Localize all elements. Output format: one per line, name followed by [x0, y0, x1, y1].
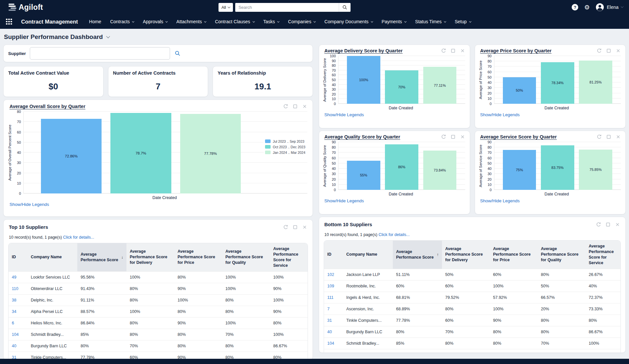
- column-header-5[interactable]: Average Performance Score for Quality: [538, 241, 585, 269]
- refresh-icon[interactable]: [441, 134, 446, 139]
- bar-jul-2023-sep-2023[interactable]: 75%: [503, 150, 536, 190]
- nav-item-attachments[interactable]: Attachments: [176, 19, 206, 24]
- table-row[interactable]: 102Jackson Lane LLP51.11%50%60%80%26.67%: [324, 269, 620, 280]
- nav-item-contract-clauses[interactable]: Contract Clauses: [215, 19, 254, 24]
- click-for-details-link[interactable]: Click for details...: [378, 232, 410, 237]
- show-hide-legends-link[interactable]: Show/Hide Legends: [480, 112, 520, 117]
- row-id-link[interactable]: 6: [9, 318, 28, 329]
- show-hide-legends-link[interactable]: Show/Hide Legends: [324, 198, 364, 203]
- row-id-link[interactable]: 104: [324, 338, 343, 349]
- row-id-link[interactable]: 7: [324, 303, 343, 315]
- column-header-2[interactable]: Average Performance Score↓: [77, 243, 126, 271]
- close-icon[interactable]: [460, 48, 465, 53]
- table-row[interactable]: 6Helios Micro, Inc.86.84%80%90%100%80%: [324, 349, 620, 353]
- page-title-chevron-icon[interactable]: [106, 34, 110, 38]
- table-row[interactable]: 38Delphic, Inc.91.11%80%100%80%100%: [9, 294, 308, 306]
- row-id-link[interactable]: 34: [9, 306, 28, 317]
- refresh-icon[interactable]: [597, 134, 602, 139]
- column-header-1[interactable]: Company Name: [28, 243, 77, 271]
- row-id-link[interactable]: 40: [9, 340, 28, 352]
- search-scope-select[interactable]: All: [219, 3, 233, 12]
- close-icon[interactable]: [616, 134, 621, 139]
- supplier-filter-input[interactable]: [30, 47, 170, 60]
- refresh-icon[interactable]: [283, 225, 288, 230]
- app-grid-icon[interactable]: [6, 19, 12, 25]
- close-icon[interactable]: [302, 104, 307, 109]
- row-id-link[interactable]: 40: [324, 326, 343, 337]
- table-row[interactable]: 34Alpha Persei LLC88.57%100%80%80%90%: [9, 306, 308, 317]
- bar-oct-2023-dec-2023[interactable]: 83.75%: [541, 145, 574, 190]
- column-header-5[interactable]: Average Performance Score for Quality: [222, 243, 270, 271]
- maximize-icon[interactable]: [450, 134, 456, 139]
- table-row[interactable]: 111Ingels & Herd, Inc.68.81%79.52%57.92%…: [324, 292, 620, 303]
- bar-oct-2023-dec-2023[interactable]: 78.7%: [110, 113, 171, 193]
- nav-item-approvals[interactable]: Approvals: [143, 19, 167, 24]
- row-id-link[interactable]: 38: [9, 295, 28, 306]
- refresh-icon[interactable]: [597, 48, 602, 53]
- table-row[interactable]: 104Schmidt Bradley...85%80%80%70%100%: [9, 329, 308, 340]
- bar-oct-2023-dec-2023[interactable]: 78.34%: [541, 62, 574, 104]
- bar-jul-2023-sep-2023[interactable]: 55%: [347, 161, 380, 190]
- column-header-0[interactable]: ID: [324, 241, 343, 269]
- refresh-icon[interactable]: [596, 222, 601, 227]
- nav-item-tasks[interactable]: Tasks: [263, 19, 279, 24]
- bar-jan-2024-mar-2024[interactable]: 81.25%: [579, 61, 612, 104]
- show-hide-legends-link[interactable]: Show/Hide Legends: [480, 198, 520, 203]
- show-hide-legends-link[interactable]: Show/Hide Legends: [324, 112, 364, 117]
- row-id-link[interactable]: 110: [9, 283, 28, 294]
- bar-oct-2023-dec-2023[interactable]: 86%: [385, 144, 418, 190]
- bar-jan-2024-mar-2024[interactable]: 77.11%: [423, 67, 457, 104]
- user-menu[interactable]: Elena: [596, 3, 623, 11]
- refresh-icon[interactable]: [441, 48, 446, 53]
- column-header-4[interactable]: Average Performance Score for Price: [490, 241, 538, 269]
- table-row[interactable]: 6Helios Micro, Inc.86.84%80%90%100%80%: [9, 317, 308, 329]
- table-row[interactable]: 49Lookfor Services LLC95.56%100%80%100%1…: [9, 271, 308, 283]
- legend-item[interactable]: Jan 2024 .. Mar 2024: [265, 151, 305, 155]
- row-id-link[interactable]: 102: [324, 269, 343, 280]
- nav-item-home[interactable]: Home: [89, 19, 101, 24]
- table-row[interactable]: 104Schmidt Bradley...85%80%80%70%100%: [324, 337, 620, 349]
- gear-icon[interactable]: ⚙: [584, 4, 590, 10]
- maximize-icon[interactable]: [293, 225, 298, 230]
- click-for-details-link[interactable]: Click for details...: [63, 235, 94, 240]
- nav-item-companies[interactable]: Companies: [288, 19, 315, 24]
- nav-item-payments[interactable]: Payments: [382, 19, 406, 24]
- nav-item-status-times[interactable]: Status Times: [415, 19, 446, 24]
- close-icon[interactable]: [460, 134, 465, 139]
- nav-item-company-documents[interactable]: Company Documents: [324, 19, 373, 24]
- row-id-link[interactable]: 104: [9, 329, 28, 340]
- column-header-2[interactable]: Average Performance Score↑: [393, 241, 442, 269]
- maximize-icon[interactable]: [606, 134, 611, 139]
- legend-item[interactable]: Oct 2023 .. Dec 2023: [265, 145, 305, 149]
- row-id-link[interactable]: 6: [324, 349, 343, 353]
- nav-item-contracts[interactable]: Contracts: [110, 19, 134, 24]
- maximize-icon[interactable]: [293, 104, 298, 109]
- column-header-4[interactable]: Average Performance Score for Price: [174, 243, 222, 271]
- close-icon[interactable]: [615, 222, 620, 227]
- legend-item[interactable]: Jul 2023 .. Sep 2023: [265, 139, 305, 143]
- nav-item-setup[interactable]: Setup: [455, 19, 471, 24]
- column-header-0[interactable]: ID: [9, 243, 28, 271]
- bar-jul-2023-sep-2023[interactable]: 72.86%: [41, 119, 102, 193]
- column-header-1[interactable]: Company Name: [343, 241, 393, 269]
- table-row[interactable]: 31Tinkle Computers...77.78%60%90%80%80%: [324, 315, 620, 326]
- row-id-link[interactable]: 31: [324, 315, 343, 326]
- row-id-link[interactable]: 49: [9, 272, 28, 283]
- table-row[interactable]: 40Burgundy Barn LLC80%70%80%80%86.67%: [324, 326, 620, 337]
- agiloft-logo[interactable]: Agiloft: [9, 3, 43, 12]
- row-id-link[interactable]: 111: [324, 292, 343, 303]
- table-row[interactable]: 7Ascension, Inc.68.89%80%100%20%73.33%: [324, 303, 620, 315]
- bar-jan-2024-mar-2024[interactable]: 73.84%: [423, 151, 457, 190]
- supplier-search-button[interactable]: [175, 50, 181, 56]
- close-icon[interactable]: [616, 48, 621, 53]
- maximize-icon[interactable]: [605, 222, 611, 227]
- refresh-icon[interactable]: [283, 104, 288, 109]
- bar-jul-2023-sep-2023[interactable]: 50%: [503, 77, 536, 104]
- search-input[interactable]: [235, 3, 339, 12]
- bar-jul-2023-sep-2023[interactable]: 100%: [347, 56, 380, 104]
- table-row[interactable]: 110Obtenerdirar LLC91.43%80%90%100%90%: [9, 283, 308, 294]
- bar-jan-2024-mar-2024[interactable]: 77.78%: [180, 114, 241, 193]
- maximize-icon[interactable]: [450, 48, 456, 53]
- bar-oct-2023-dec-2023[interactable]: 70%: [385, 70, 418, 104]
- search-button[interactable]: [339, 3, 351, 12]
